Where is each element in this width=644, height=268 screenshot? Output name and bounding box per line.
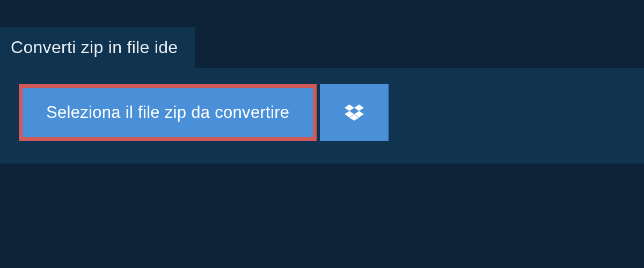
- button-row: Seleziona il file zip da convertire: [19, 84, 625, 141]
- tab-convert[interactable]: Converti zip in file ide: [0, 27, 195, 68]
- select-file-label: Seleziona il file zip da convertire: [46, 103, 289, 122]
- tab-title: Converti zip in file ide: [11, 38, 178, 57]
- dropbox-button[interactable]: [320, 84, 389, 141]
- tab-bar: Converti zip in file ide: [0, 0, 644, 68]
- upload-panel: Seleziona il file zip da convertire: [0, 68, 644, 163]
- dropbox-icon: [345, 103, 364, 122]
- select-file-button[interactable]: Seleziona il file zip da convertire: [19, 84, 317, 141]
